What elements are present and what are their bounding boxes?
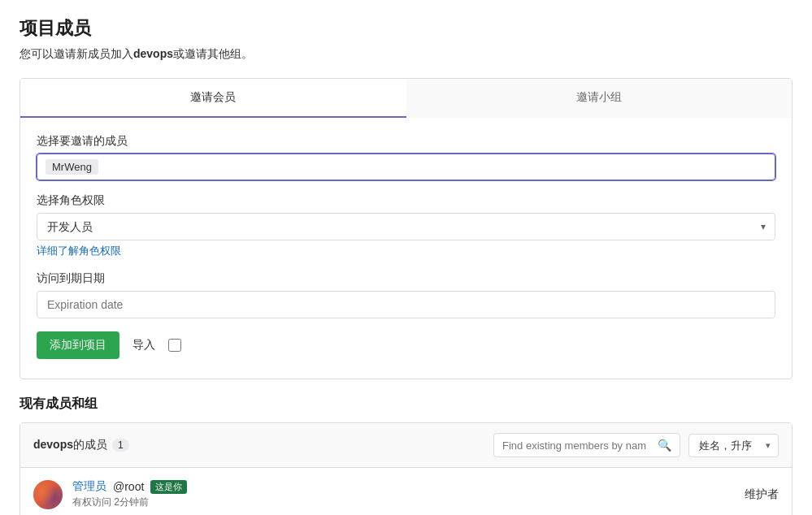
member-select-group: 选择要邀请的成员 MrWeng xyxy=(37,134,775,180)
role-select-wrapper: 开发人员 ▾ xyxy=(37,213,775,240)
member-access: 有权访问 2分钟前 xyxy=(72,496,745,509)
existing-members-section: 现有成员和组 devops的成员 1 🔍 姓名，升序 ▾ xyxy=(20,396,792,515)
import-checkbox[interactable] xyxy=(168,339,181,352)
invite-card: 邀请会员 邀请小组 选择要邀请的成员 MrWeng 选择角色权限 开发人员 ▾ … xyxy=(20,78,792,379)
expiry-input[interactable] xyxy=(37,291,775,318)
search-input[interactable] xyxy=(502,439,653,452)
role-info-link[interactable]: 详细了解角色权限 xyxy=(37,244,121,258)
tab-invite-member[interactable]: 邀请会员 xyxy=(20,79,406,118)
sort-select-wrapper: 姓名，升序 ▾ xyxy=(688,434,779,457)
expiry-group: 访问到期日期 xyxy=(37,271,775,318)
actions-row: 添加到项目 导入 xyxy=(37,331,775,359)
role-select-group: 选择角色权限 开发人员 ▾ 详细了解角色权限 xyxy=(37,193,775,258)
import-button[interactable]: 导入 xyxy=(129,335,158,356)
add-to-project-button[interactable]: 添加到项目 xyxy=(37,331,119,359)
search-box[interactable]: 🔍 xyxy=(493,433,680,457)
member-role: 维护者 xyxy=(745,487,779,502)
table-row: 管理员 @root 这是你 有权访问 2分钟前 维护者 xyxy=(20,468,792,515)
role-select[interactable]: 开发人员 xyxy=(37,213,775,240)
member-name-row: 管理员 @root 这是你 xyxy=(72,479,745,494)
invite-form: 选择要邀请的成员 MrWeng 选择角色权限 开发人员 ▾ 详细了解角色权限 访… xyxy=(20,118,792,379)
group-label: devops的成员 1 xyxy=(33,438,129,452)
member-input[interactable] xyxy=(103,161,766,174)
tabs: 邀请会员 邀请小组 xyxy=(20,79,792,118)
member-label: 选择要邀请的成员 xyxy=(37,134,775,149)
page-title: 项目成员 xyxy=(20,16,792,41)
member-input-wrapper[interactable]: MrWeng xyxy=(37,154,775,180)
members-table: devops的成员 1 🔍 姓名，升序 ▾ xyxy=(20,422,792,515)
page-subtitle: 您可以邀请新成员加入devops或邀请其他组。 xyxy=(20,47,792,62)
search-icon: 🔍 xyxy=(658,439,671,452)
members-header: devops的成员 1 🔍 姓名，升序 ▾ xyxy=(20,423,792,468)
role-label: 选择角色权限 xyxy=(37,193,775,208)
tab-invite-group[interactable]: 邀请小组 xyxy=(406,79,792,118)
member-handle: @root xyxy=(113,480,144,493)
avatar xyxy=(33,480,63,509)
expiry-label: 访问到期日期 xyxy=(37,271,775,286)
member-name: 管理员 xyxy=(72,479,106,494)
group-name: devops的成员 xyxy=(33,438,107,452)
sort-select[interactable]: 姓名，升序 xyxy=(688,434,779,457)
member-tag: MrWeng xyxy=(46,159,98,175)
member-you-badge: 这是你 xyxy=(150,480,187,494)
section-title: 现有成员和组 xyxy=(20,396,792,413)
members-count-badge: 1 xyxy=(112,439,129,452)
member-info: 管理员 @root 这是你 有权访问 2分钟前 xyxy=(72,479,745,509)
members-controls: 🔍 姓名，升序 ▾ xyxy=(493,433,779,457)
